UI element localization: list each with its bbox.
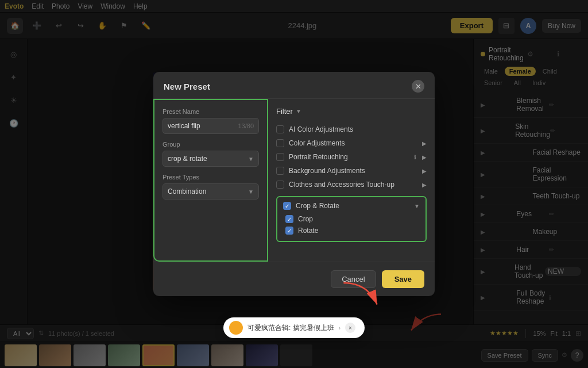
- crop-rotate-arrow-icon: ▼: [414, 203, 420, 209]
- notification-close-button[interactable]: ×: [345, 323, 355, 333]
- group-select[interactable]: crop & rotate ▼: [163, 151, 259, 167]
- notification-text: 可爱疯范合辑: 搞完暑假上班: [247, 323, 334, 333]
- background-label: Background Adjustments: [289, 167, 417, 175]
- preset-types-value: Combination: [168, 187, 206, 195]
- filter-item-portrait: Portrait Retouching ℹ ▶: [276, 150, 427, 164]
- preset-types-select[interactable]: Combination ▼: [163, 183, 259, 200]
- dialog-header: New Preset ✕: [153, 72, 435, 99]
- dialog-right-panel: Filter ▼ AI Color Adjustments Color Adju…: [268, 99, 435, 262]
- preset-name-counter: 13/80: [238, 122, 254, 129]
- dialog-overlay: New Preset ✕ Preset Name vertical flip 1…: [0, 0, 588, 368]
- dialog-left-panel: Preset Name vertical flip 13/80 Group cr…: [153, 99, 268, 262]
- rotate-checkbox[interactable]: ✓: [285, 227, 293, 235]
- dialog-body: Preset Name vertical flip 13/80 Group cr…: [153, 99, 435, 262]
- group-value: crop & rotate: [168, 155, 207, 163]
- notification-icon: [229, 321, 243, 335]
- cancel-button[interactable]: Cancel: [331, 270, 376, 288]
- ai-color-label: AI Color Adjustments: [289, 125, 427, 133]
- checked-group-header: ✓ Crop & Rotate ▼: [283, 202, 420, 210]
- filter-item-color-adj: Color Adjustments ▶: [276, 136, 427, 150]
- crop-rotate-checkbox[interactable]: ✓: [283, 202, 291, 210]
- preset-name-label: Preset Name: [163, 108, 259, 115]
- clothes-sub-arrow: ▶: [422, 182, 427, 188]
- sub-item-rotate: ✓ Rotate: [283, 225, 420, 236]
- crop-label: Crop: [298, 215, 313, 223]
- portrait-checkbox[interactable]: [276, 153, 284, 161]
- filter-arrow-icon: ▼: [296, 108, 301, 114]
- preset-types-label: Preset Types: [163, 174, 259, 181]
- dialog-title: New Preset: [164, 82, 412, 91]
- background-sub-arrow: ▶: [422, 168, 427, 174]
- preset-name-field[interactable]: vertical flip 13/80: [163, 118, 259, 134]
- group-arrow-icon: ▼: [248, 156, 254, 162]
- checked-group-crop-rotate: ✓ Crop & Rotate ▼ ✓ Crop ✓ Rotate: [276, 196, 427, 242]
- rotate-label: Rotate: [298, 227, 318, 235]
- color-adj-sub-arrow: ▶: [422, 140, 427, 147]
- save-button[interactable]: Save: [382, 270, 424, 288]
- color-adj-label: Color Adjustments: [289, 139, 417, 147]
- group-label: Group: [163, 141, 259, 148]
- clothes-label: Clothes and Accessories Touch-up: [289, 181, 417, 189]
- portrait-label: Portrait Retouching: [289, 153, 409, 161]
- sub-item-crop: ✓ Crop: [283, 213, 420, 225]
- filter-item-background: Background Adjustments ▶: [276, 164, 427, 178]
- preset-name-value: vertical flip: [168, 122, 200, 130]
- preset-types-arrow-icon: ▼: [248, 189, 254, 195]
- background-checkbox[interactable]: [276, 167, 284, 175]
- clothes-checkbox[interactable]: [276, 181, 284, 189]
- filter-item-clothes: Clothes and Accessories Touch-up ▶: [276, 178, 427, 191]
- dialog-footer: Cancel Save: [153, 262, 435, 296]
- filter-header: Filter ▼: [276, 107, 427, 116]
- notification-more[interactable]: ›: [339, 325, 341, 331]
- portrait-sub-arrow: ▶: [422, 154, 427, 160]
- notification-bar: 可爱疯范合辑: 搞完暑假上班 › ×: [223, 317, 365, 338]
- new-preset-dialog: New Preset ✕ Preset Name vertical flip 1…: [153, 72, 435, 296]
- ai-color-checkbox[interactable]: [276, 125, 284, 133]
- crop-checkbox[interactable]: ✓: [285, 215, 293, 223]
- portrait-info-icon[interactable]: ℹ: [414, 154, 416, 160]
- filter-label: Filter: [276, 107, 293, 116]
- dialog-close-button[interactable]: ✕: [412, 80, 424, 93]
- filter-item-ai-color: AI Color Adjustments: [276, 122, 427, 136]
- crop-rotate-label: Crop & Rotate: [296, 202, 409, 210]
- color-adj-checkbox[interactable]: [276, 139, 284, 147]
